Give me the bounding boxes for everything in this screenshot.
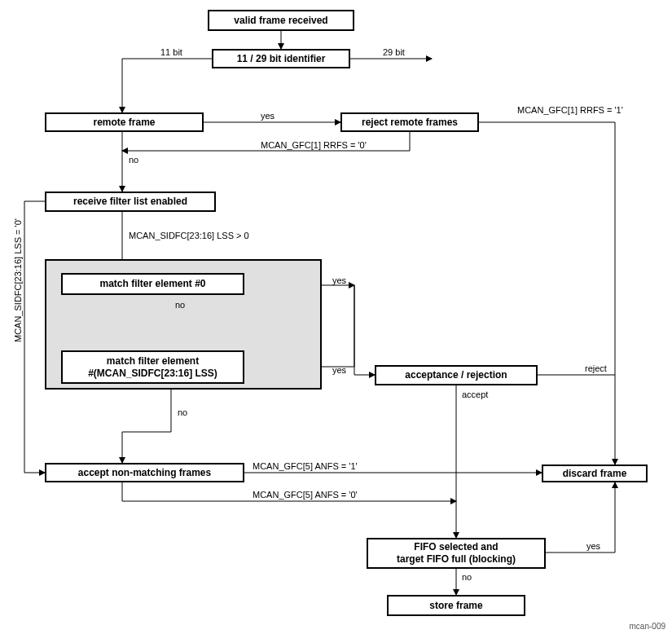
node-discard: discard frame [542,464,648,482]
label-no-remote: no [129,155,138,165]
label-yes-matchN: yes [332,365,346,375]
text: remote frame [93,117,155,129]
node-match0: match filter element #0 [61,273,244,295]
node-identifier: 11 / 29 bit identifier [212,49,350,68]
node-filter-list: receive filter list enabled [45,192,216,212]
node-matchN: match filter element #(MCAN_SIDFC[23:16]… [61,350,244,384]
text2: #(MCAN_SIDFC[23:16] LSS) [88,368,217,380]
text: 11 / 29 bit identifier [237,53,326,65]
text: store frame [429,600,482,612]
node-store: store frame [387,595,525,616]
label-lss-eq0: MCAN_SIDFC[23:16] LSS = '0' [13,218,23,342]
label-lss-gt0: MCAN_SIDFC[23:16] LSS > 0 [129,231,249,240]
text: discard frame [563,468,627,480]
label-yes-fifo: yes [586,541,600,551]
label-anfs1: MCAN_GFC[5] ANFS = '1' [253,461,358,471]
node-valid-frame: valid frame received [208,10,354,31]
label-rrfs0: MCAN_GFC[1] RRFS = '0' [261,140,367,150]
label-yes-remote: yes [261,111,275,121]
footer-id: mcan-009 [630,622,665,631]
node-acceptance: acceptance / rejection [375,365,538,385]
label-no-matchN: no [178,407,187,417]
node-accept-nonmatch: accept non-matching frames [45,463,244,482]
text: acceptance / rejection [405,369,507,381]
label-anfs0: MCAN_GFC[5] ANFS = '0' [253,490,358,500]
text: valid frame received [234,15,327,27]
text2: target FIFO full (blocking) [397,553,516,566]
node-remote-frame: remote frame [45,112,204,132]
label-rrfs1: MCAN_GFC[1] RRFS = '1' [517,105,623,115]
text1: FIFO selected and [414,541,498,553]
label-reject: reject [585,363,607,373]
label-11bit: 11 bit [160,47,182,57]
node-reject-remote: reject remote frames [340,112,479,132]
node-fifo: FIFO selected and target FIFO full (bloc… [367,538,546,569]
text: match filter element #0 [99,278,205,290]
label-no-match0: no [175,300,185,310]
label-no-fifo: no [462,572,472,582]
label-accept: accept [462,390,488,399]
label-29bit: 29 bit [383,47,405,57]
flowchart: valid frame received 11 / 29 bit identif… [0,0,672,634]
label-yes-match0: yes [332,275,346,285]
text1: match filter element [107,355,199,368]
text: accept non-matching frames [78,467,211,479]
text: receive filter list enabled [73,196,187,208]
text: reject remote frames [362,117,458,129]
